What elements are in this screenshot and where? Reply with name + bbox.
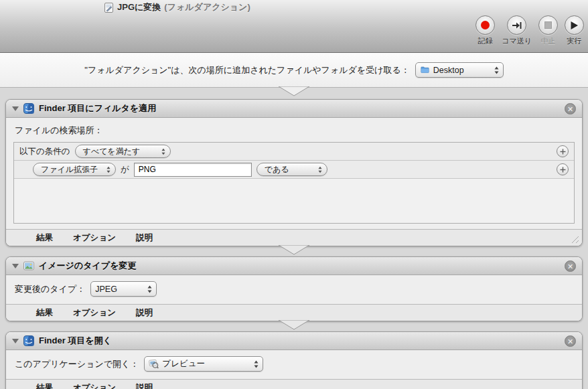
application-value: プレビュー xyxy=(162,358,250,370)
disclosure-triangle-icon[interactable] xyxy=(12,264,19,268)
results-link[interactable]: 結果 xyxy=(36,307,53,319)
stepper-arrows-icon xyxy=(106,166,111,173)
stepper-arrows-icon xyxy=(318,166,322,173)
stop-icon xyxy=(544,21,552,29)
location-dropdown[interactable]: Desktop xyxy=(415,62,504,78)
search-scope-label: ファイルの検索場所： xyxy=(15,125,575,137)
action-block-change-image-type: イメージのタイプを変更 ✕ 変更後のタイプ： JPEG 結果 オプション 説明 xyxy=(5,256,583,321)
condition-value-input[interactable] xyxy=(134,163,252,177)
operator-value: である xyxy=(265,164,314,175)
results-link[interactable]: 結果 xyxy=(36,382,53,389)
results-link[interactable]: 結果 xyxy=(36,232,53,244)
record-button[interactable]: 記録 xyxy=(475,15,495,46)
action-block-open-finder-items: Finder 項目を開く ✕ このアプリケーションで開く： プレビュー xyxy=(5,331,583,389)
record-icon xyxy=(481,21,490,29)
add-criteria-button[interactable] xyxy=(557,145,569,157)
action-title: Finder 項目を開く xyxy=(39,335,112,347)
resize-handle[interactable] xyxy=(570,234,579,243)
description-link[interactable]: 説明 xyxy=(136,382,153,389)
action-body: ファイルの検索場所： 以下の条件の すべてを満たす xyxy=(6,118,582,229)
stepper-arrows-icon xyxy=(147,285,152,293)
run-icon xyxy=(570,21,579,30)
action-block-filter-finder-items: Finder 項目にフィルタを適用 ✕ ファイルの検索場所： 以下の条件の すべ… xyxy=(5,99,583,246)
window-header: JPGに変換 (フォルダアクション) 記録 コマ送り 中止 xyxy=(0,0,588,53)
stepper-arrows-icon xyxy=(161,148,165,155)
step-forward-button[interactable]: コマ送り xyxy=(502,15,532,46)
add-condition-button[interactable] xyxy=(557,163,569,175)
titlebar: JPGに変換 (フォルダアクション) xyxy=(104,1,250,13)
stepper-arrows-icon xyxy=(254,360,259,368)
action-footer: 結果 オプション 説明 xyxy=(6,229,582,246)
toolbar: 記録 コマ送り 中止 実行 xyxy=(475,15,584,46)
action-header[interactable]: Finder 項目を開く ✕ xyxy=(6,332,582,350)
filter-criteria-box: 以下の条件の すべてを満たす xyxy=(13,142,575,224)
folder-action-description: "フォルダアクション"は、次の場所に追加されたファイルやフォルダを受け取る： xyxy=(84,64,409,76)
match-prefix-label: 以下の条件の xyxy=(19,146,70,157)
action-header[interactable]: Finder 項目にフィルタを適用 ✕ xyxy=(6,100,582,118)
location-dropdown-value: Desktop xyxy=(433,66,491,75)
application-dropdown[interactable]: プレビュー xyxy=(144,356,263,372)
connector-tab xyxy=(279,86,309,96)
window-title: JPGに変換 xyxy=(117,1,161,13)
filter-match-row: 以下の条件の すべてを満たす xyxy=(14,143,574,161)
connector-tab xyxy=(279,320,309,330)
type-field-label: 変更後のタイプ： xyxy=(15,283,85,295)
run-button-label: 実行 xyxy=(567,36,582,46)
attribute-value: ファイル拡張子 xyxy=(41,164,102,175)
operator-popup[interactable]: である xyxy=(256,163,327,176)
description-link[interactable]: 説明 xyxy=(136,232,153,244)
action-title: イメージのタイプを変更 xyxy=(39,260,136,272)
finder-icon xyxy=(23,335,34,346)
open-with-label: このアプリケーションで開く： xyxy=(15,358,139,370)
record-button-label: 記録 xyxy=(478,36,493,46)
step-forward-icon xyxy=(512,21,522,30)
action-title: Finder 項目にフィルタを適用 xyxy=(39,102,156,114)
connector-tab xyxy=(279,245,309,255)
disclosure-triangle-icon[interactable] xyxy=(12,339,19,343)
workflow-area: Finder 項目にフィルタを適用 ✕ ファイルの検索場所： 以下の条件の すべ… xyxy=(0,99,588,389)
disclosure-triangle-icon[interactable] xyxy=(12,106,19,111)
close-action-button[interactable]: ✕ xyxy=(565,260,576,272)
image-type-value: JPEG xyxy=(95,285,144,294)
close-action-button[interactable]: ✕ xyxy=(565,335,576,347)
stop-button: 中止 xyxy=(538,15,558,46)
filter-empty-area xyxy=(14,179,574,223)
finder-icon xyxy=(23,103,34,114)
options-link[interactable]: オプション xyxy=(73,382,116,389)
plus-icon xyxy=(560,167,566,173)
folder-icon xyxy=(420,66,430,74)
action-footer: 結果 オプション 説明 xyxy=(6,304,582,321)
match-mode-popup[interactable]: すべてを満たす xyxy=(75,145,171,158)
stop-button-label: 中止 xyxy=(541,36,556,46)
condition-joiner-label: が xyxy=(121,164,129,175)
description-link[interactable]: 説明 xyxy=(136,307,153,319)
match-mode-value: すべてを満たす xyxy=(83,146,157,157)
window-title-suffix: (フォルダアクション) xyxy=(164,1,250,13)
options-link[interactable]: オプション xyxy=(73,307,116,319)
workflow-document-icon xyxy=(104,3,114,13)
action-body: このアプリケーションで開く： プレビュー xyxy=(6,350,582,379)
step-forward-button-label: コマ送り xyxy=(502,36,532,46)
preview-app-icon xyxy=(149,359,159,369)
attribute-popup[interactable]: ファイル拡張子 xyxy=(33,163,116,176)
options-link[interactable]: オプション xyxy=(73,232,116,244)
action-body: 変更後のタイプ： JPEG xyxy=(6,275,582,304)
image-type-dropdown[interactable]: JPEG xyxy=(90,281,157,297)
stepper-arrows-icon xyxy=(494,66,499,74)
filter-condition-row: ファイル拡張子 が である xyxy=(14,161,574,179)
action-footer: 結果 オプション 説明 xyxy=(6,379,582,389)
folder-action-input-bar: "フォルダアクション"は、次の場所に追加されたファイルやフォルダを受け取る： D… xyxy=(0,53,588,88)
run-button[interactable]: 実行 xyxy=(565,15,584,46)
close-action-button[interactable]: ✕ xyxy=(565,103,576,114)
plus-icon xyxy=(560,149,566,155)
action-header[interactable]: イメージのタイプを変更 ✕ xyxy=(6,257,582,275)
image-action-icon xyxy=(23,260,34,271)
